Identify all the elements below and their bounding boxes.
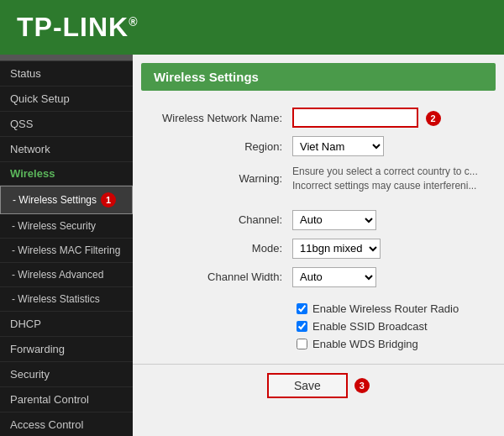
sidebar: StatusQuick SetupQSSNetworkWireless- Wir… <box>0 55 133 436</box>
sidebar-item-status[interactable]: Status <box>0 61 133 87</box>
enable-ssid-label: Enable SSID Broadcast <box>312 320 428 333</box>
network-name-value: 2 <box>292 108 487 128</box>
channel-row: Channel: Auto 123 456 <box>150 210 487 230</box>
save-area: Save 3 <box>133 364 504 407</box>
sidebar-item-access-control[interactable]: Access Control <box>0 412 133 436</box>
channel-width-value: Auto 20MHz 40MHz <box>292 267 487 287</box>
sidebar-item-forwarding[interactable]: Forwarding <box>0 337 133 362</box>
badge-2: 2 <box>426 111 441 126</box>
region-value: Viet Nam United States China Europe <box>292 136 487 156</box>
enable-radio-checkbox[interactable] <box>297 303 307 314</box>
content-header: Wireless Settings <box>141 63 496 91</box>
checkbox3-row: Enable WDS Bridging <box>150 338 487 350</box>
header: TP-LINK® <box>0 0 504 55</box>
form-area: Wireless Network Name: 2 Region: Viet Na… <box>133 103 504 364</box>
checkbox1-row: Enable Wireless Router Radio <box>150 302 487 315</box>
sidebar-item-wireless-advanced[interactable]: - Wireless Advanced <box>0 263 133 287</box>
sidebar-item-security[interactable]: Security <box>0 362 133 387</box>
badge-1: 1 <box>101 192 116 207</box>
sidebar-item-wireless-settings[interactable]: - Wireless Settings1 <box>0 186 133 214</box>
sidebar-item-wireless[interactable]: Wireless <box>0 162 133 186</box>
warning-row: Warning: Ensure you select a correct cou… <box>150 165 487 193</box>
enable-wds-checkbox[interactable] <box>297 339 307 349</box>
region-select[interactable]: Viet Nam United States China Europe <box>292 136 384 156</box>
save-button[interactable]: Save <box>267 373 348 398</box>
main-content: Wireless Settings Wireless Network Name:… <box>133 55 504 436</box>
channel-value: Auto 123 456 <box>292 210 487 230</box>
network-name-label: Wireless Network Name: <box>150 112 292 124</box>
logo-reg-icon: ® <box>129 15 138 29</box>
sidebar-item-dhcp[interactable]: DHCP <box>0 312 133 337</box>
enable-wds-label: Enable WDS Bridging <box>312 338 418 350</box>
enable-ssid-checkbox[interactable] <box>297 321 307 332</box>
checkbox2-row: Enable SSID Broadcast <box>150 320 487 333</box>
sidebar-item-network[interactable]: Network <box>0 137 133 162</box>
logo-name: TP-LINK <box>17 12 129 42</box>
mode-label: Mode: <box>150 242 292 255</box>
channel-width-label: Channel Width: <box>150 271 292 283</box>
sidebar-item-wireless-statistics[interactable]: - Wireless Statistics <box>0 287 133 312</box>
mode-value: 11bgn mixed 11b only 11g only 11n only <box>292 239 487 259</box>
sidebar-item-wireless-security[interactable]: - Wireless Security <box>0 214 133 239</box>
region-row: Region: Viet Nam United States China Eur… <box>150 136 487 156</box>
sidebar-item-wireless-mac-filtering[interactable]: - Wireless MAC Filtering <box>0 239 133 263</box>
network-name-row: Wireless Network Name: 2 <box>150 108 487 128</box>
network-name-input[interactable] <box>292 108 418 128</box>
warning-text-container: Ensure you select a correct country to c… <box>292 165 487 193</box>
mode-row: Mode: 11bgn mixed 11b only 11g only 11n … <box>150 239 487 259</box>
sidebar-item-parental-control[interactable]: Parental Control <box>0 387 133 412</box>
channel-width-row: Channel Width: Auto 20MHz 40MHz <box>150 267 487 287</box>
main-layout: StatusQuick SetupQSSNetworkWireless- Wir… <box>0 55 504 436</box>
page-title: Wireless Settings <box>154 70 259 84</box>
badge-3: 3 <box>354 378 370 393</box>
warning-label: Warning: <box>150 172 292 185</box>
enable-radio-label: Enable Wireless Router Radio <box>312 302 459 315</box>
channel-select[interactable]: Auto 123 456 <box>292 210 376 230</box>
warning-text: Ensure you select a correct country to c… <box>292 165 487 193</box>
sidebar-item-qss[interactable]: QSS <box>0 112 133 137</box>
channel-label: Channel: <box>150 213 292 226</box>
logo: TP-LINK® <box>17 12 139 43</box>
region-label: Region: <box>150 140 292 153</box>
scroll-indicator <box>0 55 133 61</box>
mode-select[interactable]: 11bgn mixed 11b only 11g only 11n only <box>292 239 381 259</box>
channel-width-select[interactable]: Auto 20MHz 40MHz <box>292 267 376 287</box>
sidebar-item-quick-setup[interactable]: Quick Setup <box>0 87 133 112</box>
